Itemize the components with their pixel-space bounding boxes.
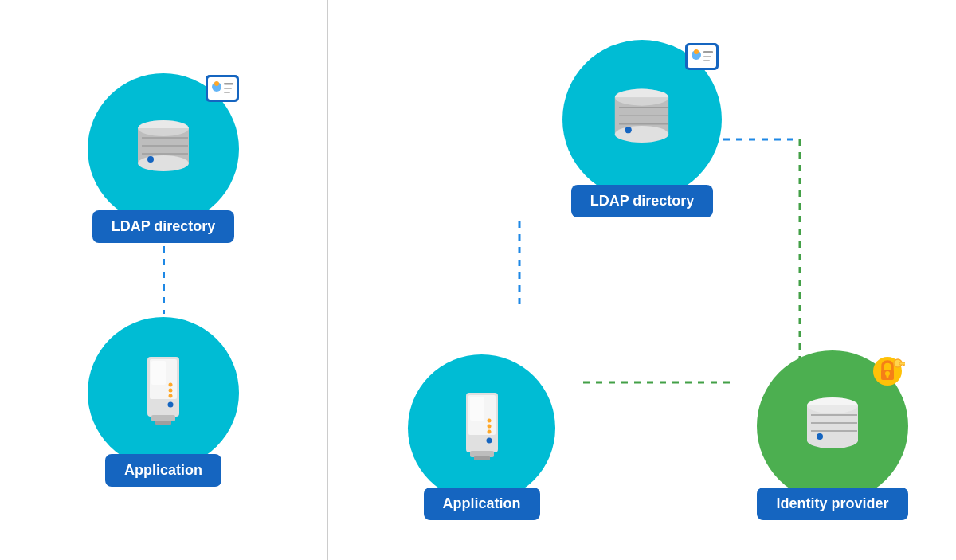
left-ldap-db-icon: [126, 116, 202, 183]
svg-point-21: [168, 402, 174, 408]
svg-rect-14: [224, 92, 230, 93]
right-panel: LDAP directory: [328, 0, 956, 560]
svg-rect-45: [470, 397, 484, 421]
left-app-circle: [88, 317, 239, 468]
svg-point-58: [817, 433, 823, 440]
svg-rect-41: [703, 56, 711, 57]
right-layout: LDAP directory: [344, 16, 940, 544]
svg-rect-63: [887, 374, 889, 378]
right-app-label: Application: [424, 488, 540, 520]
right-ldap-item: LDAP directory: [562, 40, 722, 217]
left-dashed-line: [163, 246, 165, 314]
svg-point-2: [138, 155, 189, 171]
left-panel: LDAP directory: [0, 0, 327, 560]
svg-point-39: [694, 49, 699, 54]
left-app-label: Application: [105, 454, 221, 487]
right-idp-item: Identity provider: [757, 350, 908, 520]
left-ldap-item: LDAP directory: [88, 73, 239, 243]
svg-point-7: [138, 120, 189, 136]
svg-point-48: [487, 429, 491, 433]
svg-rect-12: [224, 83, 233, 85]
svg-point-59: [807, 397, 858, 413]
svg-rect-51: [474, 456, 490, 460]
right-idp-label: Identity provider: [757, 488, 907, 520]
svg-rect-67: [903, 365, 905, 366]
svg-point-46: [487, 418, 491, 422]
svg-point-54: [807, 433, 858, 448]
svg-rect-40: [703, 51, 713, 53]
right-idp-db-icon: [795, 393, 871, 460]
svg-rect-23: [155, 421, 171, 425]
svg-point-6: [147, 156, 154, 163]
left-ldap-circle: [88, 73, 239, 225]
right-app-circle: [408, 354, 555, 502]
svg-point-20: [169, 394, 173, 398]
left-app-item: Application: [88, 317, 239, 487]
svg-rect-13: [224, 88, 232, 89]
svg-point-34: [625, 127, 631, 133]
svg-point-30: [615, 126, 668, 143]
right-id-badge: [684, 41, 720, 75]
svg-point-11: [214, 81, 219, 86]
svg-rect-65: [899, 362, 905, 365]
right-idp-circle: [757, 350, 908, 502]
left-id-badge: [204, 73, 241, 104]
lock-badge: [870, 354, 905, 392]
right-app-item: Application: [408, 354, 555, 520]
svg-point-49: [486, 437, 492, 443]
svg-point-35: [615, 89, 668, 106]
left-ldap-label: LDAP directory: [92, 210, 235, 243]
svg-rect-42: [703, 60, 710, 61]
left-app-icon: [135, 353, 191, 433]
right-ldap-db-icon: [602, 84, 682, 155]
svg-rect-22: [151, 415, 175, 421]
diagram-container: LDAP directory: [0, 0, 956, 560]
svg-rect-17: [151, 361, 166, 385]
right-ldap-circle: [562, 40, 722, 199]
svg-point-19: [169, 389, 173, 393]
right-ldap-label: LDAP directory: [571, 185, 714, 217]
right-app-icon: [454, 389, 510, 468]
svg-rect-50: [470, 451, 494, 457]
svg-point-18: [169, 383, 173, 387]
svg-point-47: [487, 424, 491, 428]
